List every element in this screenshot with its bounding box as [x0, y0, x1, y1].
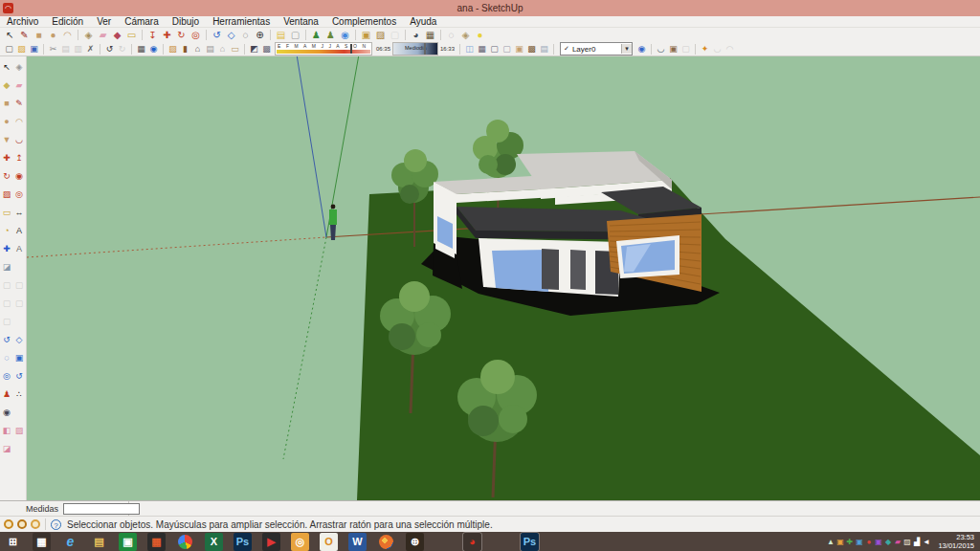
zoom-extents-icon[interactable]: ⊕	[253, 29, 267, 41]
photo-match-icon[interactable]: ▣	[359, 29, 373, 41]
paint-bucket-icon[interactable]: ◆	[1, 77, 13, 95]
make-component-icon[interactable]: ◈	[13, 58, 26, 77]
arc-icon[interactable]: ◠	[13, 113, 26, 131]
style-hidden-line-icon[interactable]: ▢	[501, 43, 513, 55]
time-slider-handle[interactable]	[424, 43, 426, 55]
start-button-icon[interactable]: ⊞	[4, 533, 22, 551]
text-icon[interactable]: A	[13, 222, 26, 240]
section-plane-icon[interactable]: ◪	[1, 258, 13, 276]
style-xray-icon[interactable]: ◫	[463, 43, 476, 55]
globe-app-icon[interactable]: ⊕	[406, 533, 424, 551]
layer-manager-icon[interactable]: ◉	[635, 43, 648, 55]
shadow-date-slider[interactable]: E F M A M J J A S O N D	[275, 42, 372, 55]
menu-ventana[interactable]: Ventana	[277, 16, 325, 27]
position-camera-icon[interactable]: ♟	[1, 386, 13, 404]
eraser-icon[interactable]: ▰	[13, 77, 26, 95]
sandbox-figure-icon[interactable]: ♟	[323, 29, 338, 41]
freehand-icon[interactable]: ◡	[13, 131, 26, 149]
move-icon[interactable]: ✚	[1, 149, 13, 167]
style-shaded-icon[interactable]: ▣	[513, 43, 525, 55]
help-icon[interactable]: ◉	[147, 43, 160, 55]
section-tool-icon[interactable]: ◧	[1, 422, 13, 440]
front-window[interactable]	[492, 250, 548, 292]
geolocation-icon[interactable]	[4, 519, 13, 529]
style-wireframe-icon[interactable]: ▢	[488, 43, 501, 55]
green-app-icon[interactable]: ▣	[119, 533, 137, 551]
menu-camara[interactable]: Cámara	[118, 16, 166, 27]
tray-purple-app-icon[interactable]: ▣	[874, 538, 882, 546]
stamp-tool-icon[interactable]: ▣	[667, 43, 679, 55]
polygon-icon[interactable]: ▼	[1, 131, 13, 149]
offset-icon[interactable]: ◎	[189, 29, 203, 41]
person-figure-icon[interactable]: ♟	[309, 29, 323, 41]
offset-icon[interactable]: ◎	[13, 186, 26, 204]
tray-red-app-icon[interactable]: ●	[864, 538, 873, 546]
context-help-icon[interactable]: ?	[51, 519, 61, 530]
photo-texture-icon[interactable]: ▨	[373, 29, 388, 41]
chevron-down-icon[interactable]: ▾	[621, 44, 632, 54]
open-icon[interactable]: ▨	[15, 43, 28, 55]
tray-magenta-app-icon[interactable]: ▰	[893, 538, 902, 546]
components-icon[interactable]: ▮	[179, 43, 191, 55]
outlook-icon[interactable]: O	[320, 533, 338, 551]
internet-explorer-icon[interactable]: e	[61, 533, 79, 551]
rectangle-icon[interactable]: ■	[32, 29, 46, 41]
wrench-tool-icon[interactable]: ✦	[699, 43, 711, 55]
position-texture-icon[interactable]: ◈	[458, 29, 473, 41]
chrome-icon[interactable]	[178, 535, 192, 549]
layout-panel-icon[interactable]: ▭	[229, 43, 241, 55]
menu-complementos[interactable]: Complementos	[325, 16, 403, 27]
tape-measure-icon[interactable]: ▭	[124, 29, 139, 41]
tray-green-app-icon[interactable]: ✚	[845, 538, 854, 546]
scale-icon[interactable]: ▨	[1, 186, 13, 204]
style-shaded-textures-icon[interactable]: ▩	[525, 43, 538, 55]
preview-animation-icon[interactable]: ◕	[409, 29, 423, 41]
light-bulb-icon[interactable]: ●	[473, 29, 487, 41]
rectangle-icon[interactable]: ■	[1, 95, 13, 113]
claim-model-icon[interactable]	[31, 519, 40, 529]
select-icon[interactable]: ↖	[1, 58, 13, 77]
tray-orange-app-icon[interactable]: ▣	[835, 538, 844, 546]
zoom-icon[interactable]: ◌	[238, 29, 253, 41]
save-icon[interactable]: ▣	[28, 43, 40, 55]
menu-ver[interactable]: Ver	[90, 16, 118, 27]
photoshop-icon[interactable]: Ps	[234, 533, 252, 551]
office-app-icon[interactable]: ▦	[147, 533, 166, 551]
circle-icon[interactable]: ●	[1, 113, 13, 131]
zoom-previous-icon[interactable]: ↺	[13, 367, 26, 386]
tray-teal-app-icon[interactable]: ◆	[883, 538, 892, 546]
toggle-shadows-icon[interactable]: ▩	[260, 43, 273, 55]
house-view-icon[interactable]: ⌂	[216, 43, 229, 55]
credits-icon[interactable]	[17, 519, 27, 529]
media-app-icon[interactable]: ▶	[262, 533, 280, 551]
menu-dibujo[interactable]: Dibujo	[166, 16, 206, 27]
excel-icon[interactable]: X	[205, 533, 223, 551]
shadow-time-slider[interactable]: Mediodía	[392, 42, 438, 55]
firefox-icon[interactable]	[379, 535, 393, 549]
arc-icon[interactable]: ◠	[60, 29, 75, 41]
orange-app-icon[interactable]: ◎	[291, 533, 309, 551]
look-around-icon[interactable]: ◉	[1, 404, 13, 422]
share-model-icon[interactable]: ▢	[288, 29, 302, 41]
move-icon[interactable]: ✚	[160, 29, 174, 41]
tray-blue-app-icon[interactable]: ▣	[855, 538, 863, 546]
new-document-icon[interactable]: ▢	[3, 43, 15, 55]
volume-icon[interactable]: ◄	[922, 538, 930, 546]
network-icon[interactable]: ▟	[912, 538, 921, 546]
select-lasso-icon[interactable]: ◡	[655, 43, 667, 55]
orbit-icon[interactable]: ↺	[210, 29, 224, 41]
select-icon[interactable]: ↖	[3, 29, 17, 41]
tray-eject-icon[interactable]: ▲	[826, 538, 835, 546]
save-scene-icon[interactable]: ▤	[204, 43, 216, 55]
make-component-icon[interactable]: ◈	[81, 29, 96, 41]
orbit-icon[interactable]: ↺	[1, 331, 13, 349]
axes-icon[interactable]: ✚	[1, 240, 13, 258]
viewport[interactable]	[27, 56, 980, 500]
push-pull-icon[interactable]: ↥	[13, 149, 26, 167]
delete-icon[interactable]: ✗	[84, 43, 97, 55]
dimension-icon[interactable]: ↔	[13, 204, 26, 222]
style-monochrome-icon[interactable]: ▤	[538, 43, 550, 55]
zoom-icon[interactable]: ◌	[1, 349, 13, 367]
pan-icon[interactable]: ◇	[13, 331, 26, 349]
section-fill-icon[interactable]: ▨	[13, 422, 26, 440]
